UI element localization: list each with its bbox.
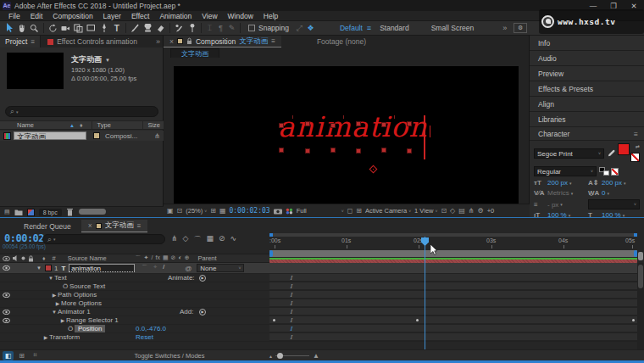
path-options-expand-icon[interactable]: ▶ xyxy=(51,292,58,298)
comp-current-time[interactable]: 0:00:02:03 xyxy=(229,207,269,215)
transform-reset[interactable]: Reset xyxy=(136,333,153,341)
keyframe[interactable] xyxy=(632,319,635,321)
animator1-expand-icon[interactable]: ▼ xyxy=(51,310,58,315)
clone-stamp-tool-icon[interactable] xyxy=(142,22,154,35)
selection-handle[interactable] xyxy=(280,124,283,127)
rotation-tool-icon[interactable] xyxy=(47,22,59,35)
menu-window[interactable]: Window xyxy=(223,12,258,20)
stroke-width-dropdown-icon[interactable]: ▾ xyxy=(560,202,563,207)
selection-handle[interactable] xyxy=(357,122,360,126)
selection-handle[interactable] xyxy=(408,149,411,153)
comp-subtab[interactable]: 文字动画 xyxy=(170,48,219,58)
layer-collapse-switch[interactable]: ✦ xyxy=(153,264,158,272)
pan-behind-tool-icon[interactable] xyxy=(72,22,85,35)
panel-info[interactable]: Info xyxy=(530,36,644,51)
project-overflow-icon[interactable]: » xyxy=(156,37,160,46)
shape-tool-icon[interactable] xyxy=(85,22,97,35)
selection-tool-icon[interactable] xyxy=(3,22,15,35)
panel-preview[interactable]: Preview xyxy=(530,66,644,81)
property-row-path-options[interactable]: ▶ Path Options I xyxy=(0,291,637,299)
menu-composition[interactable]: Composition xyxy=(47,12,97,20)
close-button[interactable]: ✕ xyxy=(624,2,644,10)
range-selector-eye-toggle[interactable] xyxy=(3,318,10,323)
puppet-pin-tool-icon[interactable] xyxy=(186,22,198,35)
tab-footage[interactable]: Footage (none) xyxy=(317,37,366,46)
menu-animation[interactable]: Animation xyxy=(154,12,197,20)
timeline-tab-close-icon[interactable]: × xyxy=(88,221,92,230)
transform-expand-icon[interactable]: ▶ xyxy=(42,334,49,340)
trash-icon[interactable] xyxy=(66,208,74,216)
roi-icon[interactable]: ◻ xyxy=(347,207,353,215)
eraser-tool-icon[interactable] xyxy=(154,22,167,35)
property-row-text[interactable]: ▼ Text Animate: ▶ I xyxy=(0,274,637,282)
adjustment-switch-icon[interactable]: ◐ xyxy=(178,254,181,263)
zoom-out-mountain-icon[interactable]: ▴ xyxy=(269,353,272,359)
animate-menu-button[interactable]: ▶ xyxy=(199,275,206,282)
snap-layout-icon[interactable]: ❖ xyxy=(305,24,316,32)
stroke-width-value[interactable]: - px xyxy=(547,201,558,209)
project-search-input[interactable]: ⌕ ▾ xyxy=(5,106,158,117)
position-value[interactable]: 0.0,-476.0 xyxy=(136,325,166,332)
font-size-value[interactable]: 200 px xyxy=(547,179,568,187)
project-bpc-button[interactable]: 8 bpc xyxy=(39,209,62,216)
solo-column-icon[interactable] xyxy=(21,256,25,260)
property-row-animator1[interactable]: ▼ Animator 1 Add: ▶ I xyxy=(0,308,637,316)
tracking-dropdown-icon[interactable]: ▾ xyxy=(607,191,609,196)
default-fill-stroke-icon[interactable] xyxy=(599,167,609,176)
resolution-dropdown[interactable]: Full˅ xyxy=(297,207,344,215)
anchor-point-marker[interactable] xyxy=(369,165,378,174)
project-item-name[interactable]: 文字动画 xyxy=(14,131,86,140)
snapping-checkbox[interactable] xyxy=(248,25,255,31)
camera-dropdown[interactable]: Active Camera˅ xyxy=(365,207,411,215)
selection-handle[interactable] xyxy=(357,149,360,153)
panel-libraries[interactable]: Libraries xyxy=(530,112,644,127)
snap-resize-icon[interactable]: ⤢ xyxy=(294,24,305,33)
snapshot-icon[interactable] xyxy=(274,208,282,215)
tab-close-icon[interactable]: × xyxy=(169,37,174,46)
draft-3d-icon[interactable]: ◇ xyxy=(183,234,189,245)
workspace-overflow-icon[interactable]: » xyxy=(502,24,507,32)
property-row-more-options[interactable]: ▶ More Options I xyxy=(0,299,637,308)
type-tool-icon[interactable]: T xyxy=(110,22,123,35)
flowchart-jump-icon[interactable]: ⋔ xyxy=(469,207,475,215)
maximize-button[interactable]: ❐ xyxy=(603,2,624,10)
always-preview-icon[interactable]: ▣ xyxy=(167,207,174,215)
text-expand-icon[interactable]: ▼ xyxy=(47,276,54,281)
timeline-search-input[interactable]: ⌕ ▾ xyxy=(42,234,165,244)
lock-column-icon[interactable] xyxy=(28,255,34,262)
workspace-menu-icon[interactable]: ≡ xyxy=(367,24,371,32)
motion-blur-switch-icon[interactable]: ⊘ xyxy=(171,254,176,263)
fast-previews-icon[interactable]: ◇ xyxy=(450,207,455,215)
property-label[interactable]: Transform xyxy=(49,333,80,341)
eyedropper-icon[interactable] xyxy=(607,149,615,158)
composition-viewport[interactable]: animation xyxy=(174,66,519,204)
property-label[interactable]: Source Text xyxy=(69,282,105,290)
timeline-vscrollbar[interactable] xyxy=(637,263,644,350)
panel-audio[interactable]: Audio xyxy=(530,51,644,66)
timeline-pan-thumb[interactable] xyxy=(638,252,643,260)
property-label[interactable]: Range Selector 1 xyxy=(66,316,119,324)
tab-render-queue[interactable]: Render Queue xyxy=(0,222,81,231)
menu-edit[interactable]: Edit xyxy=(25,12,48,20)
parent-pickwhip-icon[interactable]: @ xyxy=(185,265,192,272)
expand-transfer-pane-icon[interactable]: ⊞ xyxy=(16,351,27,360)
new-composition-icon[interactable] xyxy=(27,209,35,216)
panel-align[interactable]: Align xyxy=(530,97,644,112)
column-name[interactable]: Name xyxy=(17,121,34,129)
range-selector-expand-icon[interactable]: ▶ xyxy=(59,317,66,323)
fx-switch-icon[interactable]: fx xyxy=(155,254,159,263)
panel-effects-presets[interactable]: Effects & Presets xyxy=(530,81,644,97)
roto-brush-tool-icon[interactable] xyxy=(173,22,186,35)
work-area-start-handle[interactable] xyxy=(269,250,273,257)
timeline-jump-icon[interactable]: ▤ xyxy=(458,207,465,215)
quality-switch-icon[interactable]: / xyxy=(151,254,153,263)
panel-character[interactable]: Character ≡ xyxy=(530,127,644,141)
font-size-dropdown-icon[interactable]: ▾ xyxy=(569,181,572,186)
text-layer-content[interactable]: animation xyxy=(278,110,427,143)
zoom-slider-track[interactable] xyxy=(275,355,309,356)
no-fill-icon[interactable] xyxy=(611,168,619,176)
add-menu-button[interactable]: ▶ xyxy=(199,309,206,316)
zoom-in-mountain-icon[interactable]: ▲ xyxy=(313,352,319,360)
transparency-grid-icon[interactable]: ⊞ xyxy=(356,207,362,215)
menu-layer[interactable]: Layer xyxy=(98,12,126,20)
